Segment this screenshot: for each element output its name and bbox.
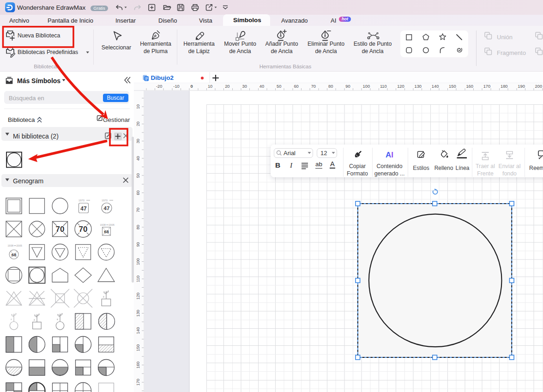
svg-text:110: 110 — [136, 276, 140, 282]
svg-text:70: 70 — [311, 84, 316, 89]
svg-text:110: 110 — [380, 84, 387, 89]
svg-text:10: 10 — [136, 104, 140, 109]
svg-text:170: 170 — [136, 379, 140, 386]
svg-text:20: 20 — [225, 84, 229, 89]
svg-text:60: 60 — [136, 190, 140, 195]
svg-text:1970: 1970 — [78, 199, 84, 202]
svg-text:60: 60 — [294, 84, 298, 89]
svg-text:20: 20 — [136, 121, 140, 126]
svg-text:2005: 2005 — [109, 223, 115, 226]
svg-text:-10: -10 — [173, 84, 179, 89]
svg-text:40: 40 — [136, 156, 140, 161]
svg-text:70: 70 — [56, 225, 65, 234]
svg-text:160: 160 — [136, 362, 140, 368]
svg-text:190: 190 — [518, 84, 525, 89]
svg-text:140: 140 — [432, 84, 439, 89]
svg-text:47: 47 — [80, 205, 87, 212]
svg-text:100: 100 — [136, 258, 140, 265]
svg-text:2005: 2005 — [17, 244, 22, 247]
svg-text:80: 80 — [328, 84, 333, 89]
svg-text:30: 30 — [136, 139, 140, 144]
svg-text:200: 200 — [535, 84, 543, 89]
svg-text:10: 10 — [208, 84, 212, 89]
svg-text:150: 150 — [449, 84, 456, 89]
svg-text:1970: 1970 — [102, 199, 108, 202]
svg-text:160: 160 — [466, 84, 473, 89]
svg-text:100: 100 — [363, 84, 370, 89]
svg-text:70: 70 — [136, 208, 140, 212]
svg-text:1938: 1938 — [8, 244, 13, 247]
svg-text:-20: -20 — [156, 84, 162, 89]
svg-text:30: 30 — [242, 84, 247, 89]
svg-text:90: 90 — [345, 84, 350, 89]
svg-text:90: 90 — [136, 242, 140, 247]
svg-text:47: 47 — [104, 205, 110, 211]
svg-text:80: 80 — [136, 225, 140, 229]
svg-text:68: 68 — [104, 229, 109, 234]
svg-text:50: 50 — [136, 173, 140, 178]
svg-text:140: 140 — [136, 327, 140, 334]
svg-text:50: 50 — [277, 84, 281, 89]
svg-text:130: 130 — [136, 310, 140, 317]
svg-text:120: 120 — [397, 84, 404, 89]
svg-text:1938: 1938 — [100, 223, 106, 226]
svg-text:180: 180 — [501, 84, 508, 89]
svg-text:40: 40 — [259, 84, 264, 89]
svg-text:150: 150 — [136, 344, 140, 351]
svg-text:170: 170 — [483, 84, 491, 89]
svg-text:Dibujo2: Dibujo2 — [151, 74, 174, 81]
svg-text:0: 0 — [191, 84, 193, 89]
svg-text:68: 68 — [12, 252, 17, 257]
svg-text:AI: AI — [386, 151, 393, 159]
svg-text:130: 130 — [415, 84, 422, 89]
svg-text:120: 120 — [136, 293, 140, 300]
svg-text:70: 70 — [79, 225, 88, 234]
